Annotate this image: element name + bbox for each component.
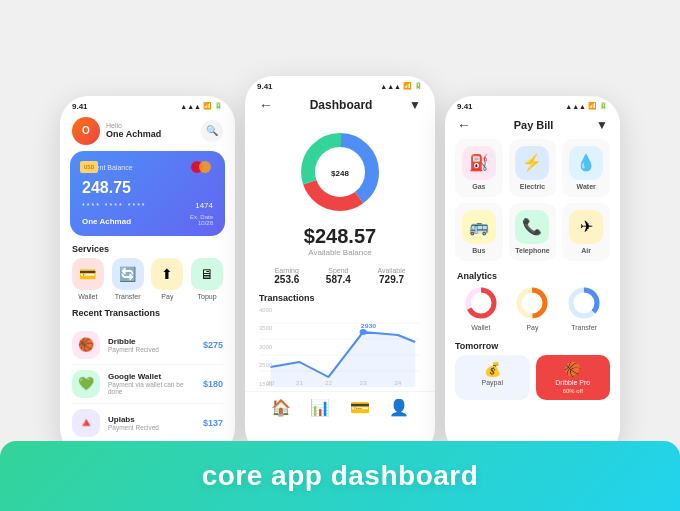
battery-icon: 🔋 bbox=[414, 82, 423, 90]
phone2-header: ← Dashboard ▼ bbox=[245, 93, 435, 119]
service-pay[interactable]: ⬆ Pay bbox=[151, 258, 183, 300]
pay-services-grid: ⛽ Gas ⚡ Electric 💧 Water 🚌 Bus 📞 Te bbox=[445, 139, 620, 267]
phone3-status-icons: ▲▲▲ 📶 🔋 bbox=[565, 102, 608, 110]
wifi-icon: 📶 bbox=[203, 102, 212, 110]
chart-svg: 2930 20 21 22 23 24 bbox=[259, 307, 421, 387]
txn-gwallet-name: Google Wallet bbox=[108, 372, 195, 381]
analytics-transfer-label: Transfer bbox=[571, 324, 597, 331]
tomorrow-section: Tomorrow 💰 Paypal 🏀 Dribble Pro 60% off bbox=[445, 337, 620, 404]
signal-icon: ▲▲▲ bbox=[565, 103, 586, 110]
svg-marker-9 bbox=[271, 332, 416, 387]
transfer-icon: 🔄 bbox=[112, 258, 144, 290]
analytics-transfer: Transfer bbox=[566, 285, 602, 331]
telephone-service[interactable]: 📞 Telephone bbox=[509, 203, 557, 261]
services-row: 💳 Wallet 🔄 Transfer ⬆ Pay 🖥 Topup bbox=[60, 258, 235, 300]
available-value: 729.7 bbox=[377, 274, 405, 285]
phone2-status-icons: ▲▲▲ 📶 🔋 bbox=[380, 82, 423, 90]
electric-label: Electric bbox=[520, 183, 545, 190]
line-chart: 4000 3500 3000 2500 1500 bbox=[259, 307, 421, 387]
gas-label: Gas bbox=[472, 183, 485, 190]
txn-gwallet-info: Google Wallet Payment via wallet can be … bbox=[108, 372, 195, 395]
search-button[interactable]: 🔍 bbox=[201, 120, 223, 142]
spend-label: Spend bbox=[326, 267, 351, 274]
bus-service[interactable]: 🚌 Bus bbox=[455, 203, 503, 261]
battery-icon: 🔋 bbox=[214, 102, 223, 110]
dribble-icon: 🏀 bbox=[72, 331, 100, 359]
earning-value: 253.6 bbox=[274, 274, 299, 285]
svg-text:$248: $248 bbox=[331, 169, 349, 178]
water-service[interactable]: 💧 Water bbox=[562, 139, 610, 197]
wallet-nav-icon[interactable]: 💳 bbox=[350, 398, 370, 417]
transactions-section: Transactions 4000 3500 3000 2500 1500 bbox=[245, 293, 435, 387]
filter-button[interactable]: ▼ bbox=[409, 98, 421, 112]
analytics-transfer-chart bbox=[566, 285, 602, 321]
user-info: Hello One Achmad bbox=[106, 122, 161, 139]
air-icon: ✈ bbox=[569, 210, 603, 244]
electric-service[interactable]: ⚡ Electric bbox=[509, 139, 557, 197]
svg-text:22: 22 bbox=[325, 380, 332, 386]
dashboard-title: Dashboard bbox=[310, 98, 373, 112]
tomorrow-title: Tomorrow bbox=[455, 341, 610, 351]
tomorrow-items-row: 💰 Paypal 🏀 Dribble Pro 60% off bbox=[455, 355, 610, 400]
transactions-list: 🏀 Dribble Payment Recived $275 💚 Google … bbox=[60, 322, 235, 447]
analytics-row: Wallet Pay Transfer bbox=[445, 285, 620, 337]
analytics-title: Analytics bbox=[445, 267, 620, 285]
txn-gwallet-amount: $180 bbox=[203, 379, 223, 389]
signal-icon: ▲▲▲ bbox=[380, 83, 401, 90]
card-name: One Achmad bbox=[82, 217, 131, 226]
txn-dribble-amount: $275 bbox=[203, 340, 223, 350]
card-dots: **** **** **** bbox=[82, 202, 147, 209]
txn-uplabs-info: Uplabs Payment Recived bbox=[108, 415, 195, 431]
phone1-status-icons: ▲▲▲ 📶 🔋 bbox=[180, 102, 223, 110]
air-label: Air bbox=[581, 247, 591, 254]
spend-value: 587.4 bbox=[326, 274, 351, 285]
chip: USD bbox=[80, 161, 98, 173]
analytics-pay-label: Pay bbox=[526, 324, 538, 331]
available-label: Available bbox=[377, 267, 405, 274]
bottom-nav: 🏠 📊 💳 👤 bbox=[245, 391, 435, 423]
p3-back-button[interactable]: ← bbox=[457, 117, 471, 133]
bus-icon: 🚌 bbox=[462, 210, 496, 244]
dribble-pro-card[interactable]: 🏀 Dribble Pro 60% off bbox=[536, 355, 611, 400]
balance-amount: $248.57 bbox=[245, 225, 435, 248]
chart-y-labels: 4000 3500 3000 2500 1500 bbox=[259, 307, 272, 387]
txn-uplabs[interactable]: 🔺 Uplabs Payment Recived $137 bbox=[72, 404, 223, 443]
service-transfer[interactable]: 🔄 Transfer bbox=[112, 258, 144, 300]
home-nav-icon[interactable]: 🏠 bbox=[271, 398, 291, 417]
phone1-header: O Hello One Achmad 🔍 bbox=[60, 113, 235, 151]
water-icon: 💧 bbox=[569, 146, 603, 180]
pay-label: Pay bbox=[161, 293, 173, 300]
dribble-pro-sub: 60% off bbox=[563, 388, 583, 394]
battery-icon: 🔋 bbox=[599, 102, 608, 110]
txn-dribble[interactable]: 🏀 Dribble Payment Recived $275 bbox=[72, 326, 223, 365]
service-topup[interactable]: 🖥 Topup bbox=[191, 258, 223, 300]
user-nav-icon[interactable]: 👤 bbox=[389, 398, 409, 417]
gas-service[interactable]: ⛽ Gas bbox=[455, 139, 503, 197]
telephone-label: Telephone bbox=[515, 247, 549, 254]
air-service[interactable]: ✈ Air bbox=[562, 203, 610, 261]
transactions-title: Recent Transactions bbox=[60, 300, 235, 322]
svg-text:24: 24 bbox=[394, 380, 402, 386]
water-label: Water bbox=[577, 183, 596, 190]
service-wallet[interactable]: 💳 Wallet bbox=[72, 258, 104, 300]
p3-filter-button[interactable]: ▼ bbox=[596, 118, 608, 132]
phone3-time: 9.41 bbox=[457, 102, 473, 111]
wifi-icon: 📶 bbox=[403, 82, 412, 90]
analytics-pay: Pay bbox=[514, 285, 550, 331]
topup-icon: 🖥 bbox=[191, 258, 223, 290]
stat-earning: Earning 253.6 bbox=[274, 267, 299, 285]
chart-nav-icon[interactable]: 📊 bbox=[310, 398, 330, 417]
analytics-wallet-chart bbox=[463, 285, 499, 321]
signal-icon: ▲▲▲ bbox=[180, 103, 201, 110]
phone3-header: ← Pay Bill ▼ bbox=[445, 113, 620, 139]
txn-dribble-info: Dribble Payment Recived bbox=[108, 337, 195, 353]
back-button[interactable]: ← bbox=[259, 97, 273, 113]
phone-3: 9.41 ▲▲▲ 📶 🔋 ← Pay Bill ▼ ⛽ Gas ⚡ bbox=[445, 96, 620, 456]
phone2-status-bar: 9.41 ▲▲▲ 📶 🔋 bbox=[245, 76, 435, 93]
txn-gwallet[interactable]: 💚 Google Wallet Payment via wallet can b… bbox=[72, 365, 223, 404]
paypal-card[interactable]: 💰 Paypal bbox=[455, 355, 530, 400]
svg-text:2930: 2930 bbox=[361, 322, 377, 328]
services-title: Services bbox=[60, 236, 235, 258]
stat-available: Available 729.7 bbox=[377, 267, 405, 285]
txn-uplabs-sub: Payment Recived bbox=[108, 424, 195, 431]
